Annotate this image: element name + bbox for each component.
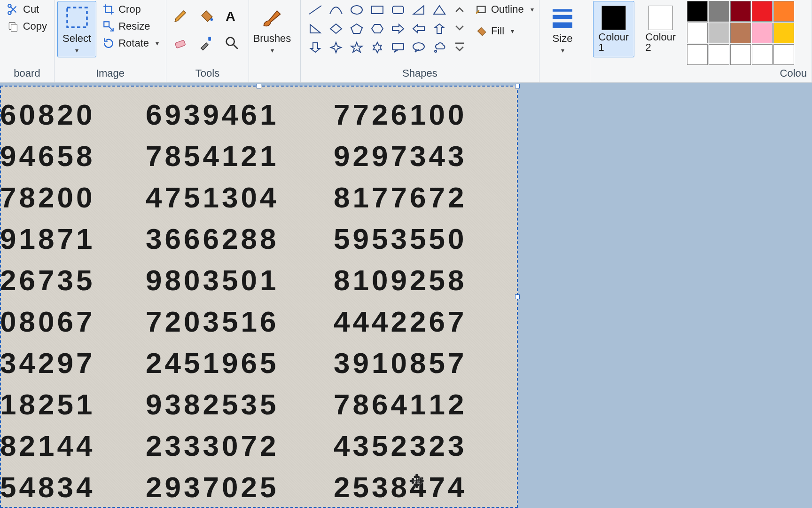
svg-rect-4 xyxy=(67,8,87,27)
swatch-3[interactable] xyxy=(752,1,773,22)
size-button[interactable]: Size xyxy=(542,1,583,57)
number-cell: 8177672 xyxy=(305,177,498,218)
shape-callout-oval[interactable] xyxy=(409,39,429,56)
copy-button[interactable]: Copy xyxy=(3,18,51,35)
shape-star4[interactable] xyxy=(326,39,346,56)
resize-icon xyxy=(102,20,115,32)
number-row: 0806772035164442267 xyxy=(0,301,498,342)
resize-button[interactable]: Resize xyxy=(98,18,163,35)
shapes-more[interactable] xyxy=(453,37,466,55)
pencil-icon xyxy=(173,8,189,24)
colour-palette[interactable] xyxy=(687,1,809,65)
cut-label: Cut xyxy=(23,3,39,16)
shape-diamond[interactable] xyxy=(326,20,346,38)
number-cell: 2937025 xyxy=(108,467,305,508)
shape-arrow-left[interactable] xyxy=(409,20,429,38)
group-tools-label: Tools xyxy=(169,65,246,82)
number-row: 9465878541219297343 xyxy=(0,135,498,177)
colour2-button[interactable]: Colour2 xyxy=(640,1,681,57)
group-clipboard: Cut Copy board xyxy=(0,0,55,82)
number-cell: 82144 xyxy=(0,425,108,467)
rotate-button[interactable]: Rotate xyxy=(98,35,163,52)
select-button[interactable]: Select xyxy=(57,1,96,57)
size-label: Size xyxy=(553,32,573,45)
shape-line[interactable] xyxy=(305,1,325,19)
size-icon xyxy=(549,4,576,31)
shape-curve[interactable] xyxy=(326,1,346,19)
number-cell: 60820 xyxy=(0,94,108,135)
shape-arrow-up[interactable] xyxy=(429,20,449,38)
swatch-12[interactable] xyxy=(730,44,751,65)
colour1-button[interactable]: Colour1 xyxy=(593,1,634,57)
shape-arrow-right[interactable] xyxy=(388,20,408,38)
shape-hexagon[interactable] xyxy=(367,20,387,38)
shape-rectangle[interactable] xyxy=(367,1,387,19)
swatch-10[interactable] xyxy=(687,44,708,65)
canvas[interactable]: 6082069394617726100946587854121929734378… xyxy=(0,86,518,508)
shape-right-triangle2[interactable] xyxy=(305,20,325,38)
brushes-button[interactable]: Brushes xyxy=(252,1,292,57)
swatch-0[interactable] xyxy=(687,1,708,22)
magnifier-tool[interactable] xyxy=(220,30,243,56)
cut-button[interactable]: Cut xyxy=(3,1,51,18)
swatch-6[interactable] xyxy=(709,23,729,43)
outline-button[interactable]: Outline xyxy=(471,1,538,18)
canvas-content: 6082069394617726100946587854121929734378… xyxy=(0,94,498,508)
shape-triangle[interactable] xyxy=(429,1,449,19)
crop-button[interactable]: Crop xyxy=(98,1,163,18)
shape-oval[interactable] xyxy=(347,1,367,19)
shape-triangle-right[interactable] xyxy=(409,1,429,19)
text-tool[interactable]: A xyxy=(220,3,243,28)
crop-icon xyxy=(102,3,115,16)
shape-pentagon[interactable] xyxy=(347,20,367,38)
number-cell: 7726100 xyxy=(305,94,498,135)
number-row: 9187136662885953550 xyxy=(0,218,498,260)
shapes-gallery[interactable] xyxy=(304,1,451,56)
number-cell: 7203516 xyxy=(108,301,305,342)
swatch-2[interactable] xyxy=(730,1,751,22)
number-cell: 94658 xyxy=(0,135,108,177)
shapes-scroll-down[interactable] xyxy=(453,19,466,37)
pencil-tool[interactable] xyxy=(169,3,193,28)
number-row: 1825193825357864112 xyxy=(0,384,498,425)
eyedropper-tool[interactable] xyxy=(195,30,218,56)
svg-rect-13 xyxy=(392,6,404,14)
number-row: 3429724519653910857 xyxy=(0,342,498,384)
svg-rect-3 xyxy=(11,24,17,32)
colour2-well xyxy=(648,6,673,30)
number-cell: 54834 xyxy=(0,467,108,508)
shape-arrow-down[interactable] xyxy=(305,39,325,56)
swatch-14[interactable] xyxy=(773,44,794,65)
swatch-1[interactable] xyxy=(709,1,729,22)
swatch-5[interactable] xyxy=(687,23,708,43)
number-cell: 9803501 xyxy=(108,260,305,301)
fill-button[interactable]: Fill xyxy=(471,23,538,40)
select-icon xyxy=(64,4,90,31)
swatch-8[interactable] xyxy=(752,23,773,43)
group-colour1: Colour1 xyxy=(590,0,637,82)
fill-label: Fill xyxy=(491,25,504,37)
workspace: 6082069394617726100946587854121929734378… xyxy=(0,83,812,508)
eyedropper-icon xyxy=(198,35,214,51)
swatch-9[interactable] xyxy=(773,23,794,43)
fill-bucket-icon xyxy=(198,8,214,24)
bucket-tool[interactable] xyxy=(195,3,218,28)
shape-callout-rect[interactable] xyxy=(388,39,408,56)
swatch-11[interactable] xyxy=(709,44,729,65)
shape-star5[interactable] xyxy=(347,39,367,56)
shapes-scroll-up[interactable] xyxy=(453,1,466,19)
number-cell: 91871 xyxy=(0,218,108,260)
group-image: Select Crop Resize Rotate Image xyxy=(55,0,166,82)
group-colour2: Colour2 xyxy=(637,0,684,82)
number-row: 6082069394617726100 xyxy=(0,94,498,135)
group-brushes: Brushes xyxy=(249,0,301,82)
swatch-4[interactable] xyxy=(773,1,794,22)
shape-rounded-rect[interactable] xyxy=(388,1,408,19)
swatch-13[interactable] xyxy=(752,44,773,65)
shape-callout-cloud[interactable] xyxy=(429,39,449,56)
eraser-tool[interactable] xyxy=(169,30,193,56)
shape-star6[interactable] xyxy=(367,39,387,56)
svg-rect-12 xyxy=(372,6,383,14)
swatch-7[interactable] xyxy=(730,23,751,43)
number-cell: 4442267 xyxy=(305,301,498,342)
